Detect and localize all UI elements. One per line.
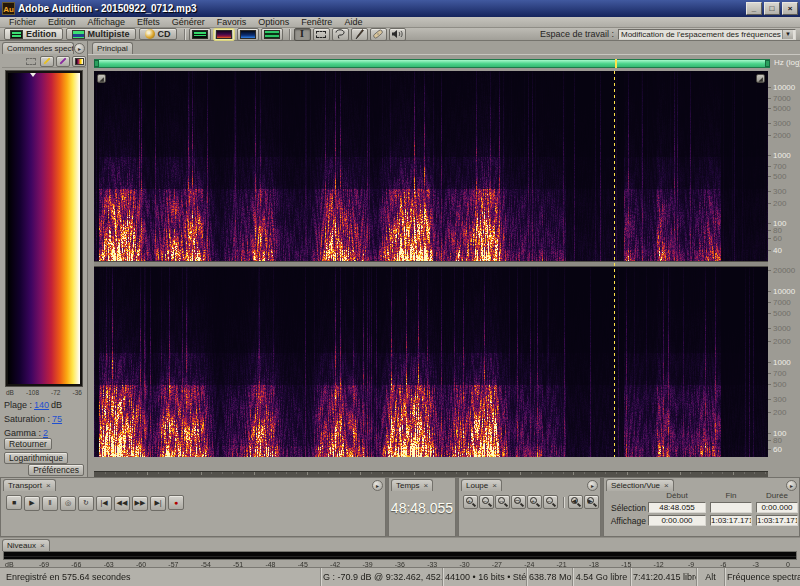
edit-color-high-button[interactable]	[56, 56, 70, 67]
spectrogram-right-channel[interactable]	[94, 267, 768, 457]
freq-tick	[768, 399, 771, 400]
field-value[interactable]: 140	[34, 400, 49, 410]
channel-select-left-icon[interactable]: ◢	[97, 74, 106, 83]
temps-tab[interactable]: Temps×	[391, 479, 433, 491]
flip-colormap-button[interactable]: Retourner	[4, 438, 52, 450]
go-to-end-button[interactable]: ▶|	[150, 496, 166, 511]
channel-select-right-icon[interactable]: ◢	[756, 74, 765, 83]
multipiste-view-button[interactable]: Multipiste	[66, 28, 136, 40]
rewind-button[interactable]: ◀◀	[114, 496, 130, 511]
close-icon[interactable]: ×	[492, 482, 497, 490]
principal-tab[interactable]: Principal	[92, 42, 133, 54]
play-button[interactable]: ▶	[24, 496, 40, 511]
spectrogram-display[interactable]: ◢ ◢	[94, 71, 768, 457]
field-value[interactable]: 75	[52, 414, 62, 424]
scrub-tool[interactable]	[389, 28, 406, 41]
selection-field[interactable]	[710, 502, 752, 513]
spectral-colormap-editor[interactable]	[5, 70, 83, 387]
zoom-right-edge-button[interactable]: ▶	[584, 495, 599, 509]
loupe-tab[interactable]: Loupe×	[461, 479, 502, 491]
menu-générer[interactable]: Générer	[166, 17, 211, 28]
panel-menu-icon[interactable]: ▸	[372, 480, 383, 491]
marquee-selection-tool[interactable]	[313, 28, 330, 41]
time-selection-tool[interactable]: I	[294, 28, 311, 41]
zoom-out-horizontal-button[interactable]: −	[479, 495, 494, 509]
zoom-full-button[interactable]: ↔	[495, 495, 510, 509]
selection-field[interactable]: 0:00.000	[648, 515, 706, 526]
colormap-marker[interactable]	[30, 73, 36, 77]
zoom-in-vertical-button[interactable]: +	[527, 495, 542, 509]
menu-favoris[interactable]: Favoris	[211, 17, 253, 28]
minor-tick	[179, 472, 180, 474]
edition-view-button[interactable]: Edition	[4, 28, 63, 40]
close-icon[interactable]: ×	[664, 482, 669, 490]
panel-menu-icon[interactable]: ▸	[74, 43, 85, 54]
record-button[interactable]: ●	[168, 495, 184, 510]
niveaux-title: Niveaux	[7, 541, 36, 550]
stop-button[interactable]: ■	[6, 495, 22, 510]
logarithmic-button[interactable]: Logarithmique	[4, 452, 68, 464]
selection-field[interactable]: 1:03:17.171	[756, 515, 798, 526]
field-value[interactable]: 2	[43, 428, 48, 438]
close-icon[interactable]: ×	[40, 542, 45, 550]
go-to-beginning-button[interactable]: |◀	[96, 496, 112, 511]
minor-tick	[435, 472, 436, 474]
freq-tick	[768, 362, 771, 363]
lasso-selection-tool[interactable]	[332, 28, 349, 41]
transport-tab[interactable]: Transport×	[3, 479, 56, 491]
menu-options[interactable]: Options	[252, 17, 295, 28]
spectral-phase-display-button[interactable]	[261, 28, 283, 41]
waveform-display-button[interactable]	[189, 28, 211, 41]
zoom-in-horizontal-button[interactable]: +	[463, 495, 478, 509]
menu-edition[interactable]: Edition	[42, 17, 82, 28]
close-icon[interactable]: ×	[46, 482, 51, 490]
selection-field[interactable]: 0:00.000	[756, 502, 798, 513]
menu-affichage[interactable]: Affichage	[82, 17, 131, 28]
panel-menu-icon[interactable]: ▸	[587, 480, 598, 491]
fast-forward-button[interactable]: ▶▶	[132, 496, 148, 511]
colormap-gradient[interactable]	[8, 73, 80, 384]
zoom-left-edge-button[interactable]: ◀	[568, 495, 583, 509]
status-sample-format: 44100 • 16 bits • Stéréo	[442, 568, 526, 586]
spectral-controls-tab[interactable]: Commandes spectral	[2, 42, 74, 54]
menu-fichier[interactable]: Fichier	[3, 17, 42, 28]
transport-title: Transport	[8, 481, 42, 490]
frequency-ruler-bottom[interactable]: 2000010000700050003000200010007005003002…	[768, 267, 800, 457]
marquee-icon	[316, 31, 326, 38]
edit-color-low-button[interactable]	[40, 56, 54, 67]
panel-menu-icon[interactable]: ▸	[786, 480, 797, 491]
spectral-frequency-display-button[interactable]	[213, 28, 235, 41]
menu-effets[interactable]: Effets	[131, 17, 166, 28]
loupe-title: Loupe	[466, 481, 488, 490]
gradient-preset-button[interactable]	[72, 56, 86, 67]
menu-fenêtre[interactable]: Fenêtre	[295, 17, 338, 28]
minimize-button[interactable]: _	[746, 2, 762, 15]
pause-button[interactable]: Ⅱ	[42, 496, 58, 511]
maximize-button[interactable]: □	[764, 2, 780, 15]
menu-aide[interactable]: Aide	[338, 17, 368, 28]
spectrogram-left-channel[interactable]	[94, 71, 768, 261]
selection-field[interactable]: 1:03:17.171	[710, 515, 752, 526]
level-meter[interactable]	[3, 551, 797, 560]
preferences-button[interactable]: Préférences	[28, 464, 84, 476]
spectral-pan-display-button[interactable]	[237, 28, 259, 41]
selection-vue-tab[interactable]: Sélection/Vue×	[606, 479, 674, 491]
frequency-ruler-top[interactable]: 1000070005000300020001000700500300200100…	[768, 71, 800, 261]
chevron-down-icon[interactable]: ▼	[782, 30, 793, 39]
zoom-to-selection-button[interactable]: ▭	[511, 495, 526, 509]
cd-view-button[interactable]: CD	[139, 28, 177, 40]
spot-healing-brush-tool[interactable]	[370, 28, 387, 41]
workspace-select[interactable]: Modification de l'espacement des fréquen…	[618, 29, 796, 40]
close-icon[interactable]: ×	[424, 482, 429, 490]
close-button[interactable]: ×	[782, 2, 798, 15]
play-from-cursor-button[interactable]: ◎	[60, 496, 76, 511]
effects-paintbrush-tool[interactable]	[351, 28, 368, 41]
niveaux-tab[interactable]: Niveaux×	[2, 539, 50, 551]
play-looped-button[interactable]: ↻	[78, 496, 94, 511]
minor-tick	[552, 472, 553, 474]
range-scroll-bar[interactable]	[94, 59, 770, 68]
freq-tick	[768, 341, 771, 342]
selection-field[interactable]: 48:48.055	[648, 502, 706, 513]
edition-label: Edition	[26, 29, 57, 39]
zoom-out-vertical-button[interactable]: −	[543, 495, 558, 509]
